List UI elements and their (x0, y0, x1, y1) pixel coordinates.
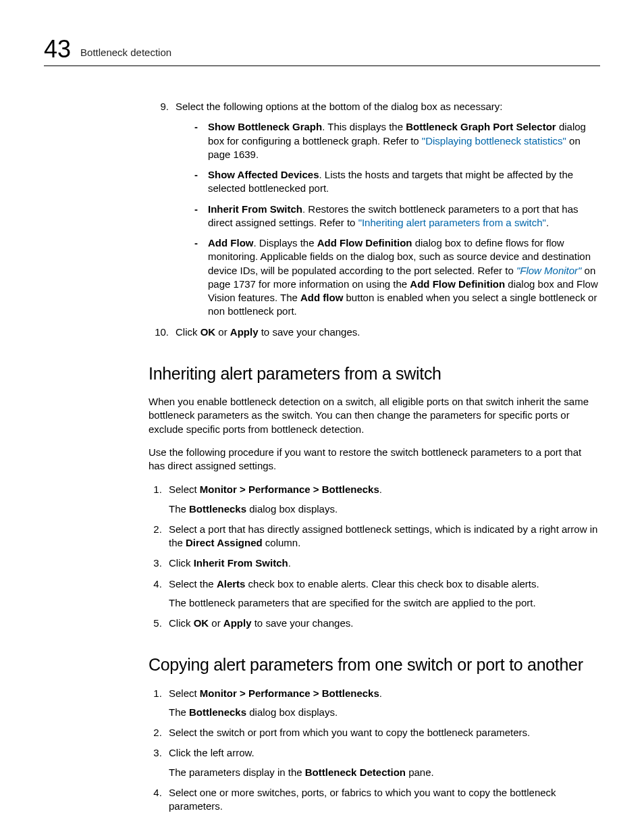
bullet-bold: Add Flow Definition (410, 278, 505, 290)
step-text: to save your changes. (252, 617, 354, 629)
list-item: Click the left arrow. The parameters dis… (165, 746, 600, 779)
follow-text: The (169, 503, 189, 515)
step-text: Select (169, 484, 200, 495)
step-text: Click the left arrow. (169, 747, 254, 758)
link-inheriting-alert-parameters[interactable]: "Inheriting alert parameters from a swit… (358, 217, 546, 228)
sublist: - Show Bottleneck Graph. This displays t… (194, 120, 600, 318)
bullet-bold: Bottleneck Graph Port Selector (406, 121, 556, 132)
list-item: Select Monitor > Performance > Bottlenec… (165, 483, 600, 516)
list-item: Select the switch or port from which you… (165, 726, 600, 739)
step-text: . (379, 687, 382, 699)
page: 43 Bottleneck detection 9. Select the fo… (0, 0, 644, 834)
bullet-show-bottleneck-graph: - Show Bottleneck Graph. This displays t… (194, 120, 600, 161)
chapter-number: 43 (44, 37, 71, 61)
step-text: column. (263, 537, 301, 548)
step-text: Click (169, 557, 194, 569)
link-flow-monitor[interactable]: "Flow Monitor" (516, 265, 582, 276)
follow-text: dialog box displays. (246, 503, 338, 515)
step-9: 9. Select the following options at the b… (149, 100, 600, 325)
list-item: Select the Alerts check box to enable al… (165, 577, 600, 610)
bullet-inherit-from-switch: - Inherit From Switch. Restores the swit… (194, 203, 600, 230)
follow-text: The parameters display in the (169, 766, 305, 778)
step-number: 10. (149, 325, 176, 339)
bullet-lead: Show Bottleneck Graph (208, 121, 322, 132)
follow-bold: Bottlenecks (189, 706, 246, 718)
dash-icon: - (194, 120, 208, 161)
bullet-text: . (546, 217, 549, 228)
step-text: Select the switch or port from which you… (169, 727, 530, 738)
section-title: Bottleneck detection (80, 47, 171, 58)
step-text: Select (169, 687, 200, 699)
follow-bold: Bottleneck Detection (305, 766, 406, 778)
list-item: Select a port that has directly assigned… (165, 523, 600, 550)
bullet-lead: Add Flow (208, 237, 254, 249)
step-bold: Monitor > Performance > Bottlenecks (200, 687, 379, 699)
dash-icon: - (194, 203, 208, 230)
bullet-lead: Show Affected Devices (208, 169, 319, 180)
page-content: 9. Select the following options at the b… (149, 100, 600, 813)
step-bold: Inherit From Switch (194, 557, 288, 569)
heading-copying-alert-parameters: Copying alert parameters from one switch… (149, 654, 600, 675)
step-bold: Alerts (217, 578, 246, 590)
follow-text: The (169, 706, 189, 718)
link-displaying-bottleneck-statistics[interactable]: "Displaying bottleneck statistics" (422, 135, 566, 147)
heading-inheriting-alert-parameters: Inheriting alert parameters from a switc… (149, 363, 600, 384)
list-item: Click Inherit From Switch. (165, 556, 600, 570)
paragraph: When you enable bottleneck detection on … (149, 395, 600, 436)
step-text: Click (176, 326, 200, 338)
follow-text: The bottleneck parameters that are speci… (169, 596, 600, 610)
bullet-text: . Displays the (254, 237, 317, 249)
step-text: Click (169, 617, 194, 629)
step-bold: OK (200, 326, 216, 338)
step-bold: Apply (230, 326, 259, 338)
paragraph: Use the following procedure if you want … (149, 446, 600, 473)
follow-bold: Bottlenecks (189, 503, 246, 515)
step-bold: OK (194, 617, 209, 629)
step-text: or (215, 326, 230, 338)
list-item: Select Monitor > Performance > Bottlenec… (165, 687, 600, 720)
page-header: 43 Bottleneck detection (44, 37, 600, 66)
step-text: Select the (169, 578, 217, 590)
dash-icon: - (194, 168, 208, 196)
step-text: check box to enable alerts. Clear this c… (245, 578, 539, 590)
procedure-list: Select Monitor > Performance > Bottlenec… (149, 483, 600, 630)
dash-icon: - (194, 236, 208, 319)
bullet-show-affected-devices: - Show Affected Devices. Lists the hosts… (194, 168, 600, 196)
step-bold: Monitor > Performance > Bottlenecks (200, 484, 379, 495)
step-number: 9. (149, 100, 176, 325)
bullet-lead: Inherit From Switch (208, 203, 302, 215)
bullet-text: . This displays the (322, 121, 406, 132)
procedure-list: Select Monitor > Performance > Bottlenec… (149, 687, 600, 814)
step-text: . (288, 557, 291, 569)
bullet-add-flow: - Add Flow. Displays the Add Flow Defini… (194, 236, 600, 319)
step-text: . (379, 484, 382, 495)
step-bold: Direct Assigned (186, 537, 263, 548)
follow-text: pane. (406, 766, 434, 778)
bullet-bold: Add flow (300, 292, 343, 303)
step-text: Select one or more switches, ports, or f… (169, 787, 556, 812)
step-bold: Apply (223, 617, 252, 629)
list-item: Click OK or Apply to save your changes. (165, 617, 600, 630)
bullet-bold: Add Flow Definition (317, 237, 412, 249)
step-10: 10. Click OK or Apply to save your chang… (149, 325, 600, 339)
list-item: Select one or more switches, ports, or f… (165, 786, 600, 814)
follow-text: dialog box displays. (246, 706, 338, 718)
step-text: or (209, 617, 223, 629)
step-text: to save your changes. (259, 326, 360, 338)
step-text: Select the following options at the bott… (176, 100, 600, 113)
